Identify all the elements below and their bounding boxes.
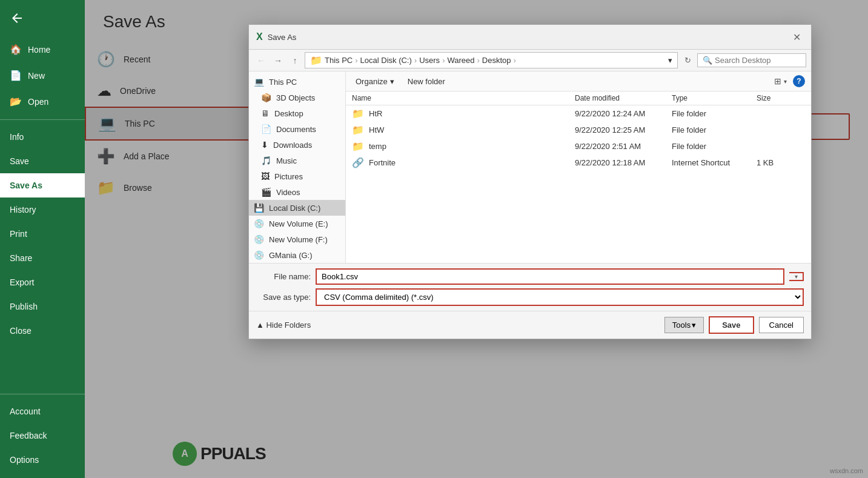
sidebar-item-share[interactable]: Share (0, 246, 85, 270)
table-row[interactable]: 📁 HtR 9/22/2020 12:24 AM File folder (346, 105, 811, 122)
dialog-nav-3d-objects[interactable]: 📦 3D Objects (249, 90, 345, 105)
column-name[interactable]: Name (352, 94, 575, 102)
dialog-title: Save As (268, 33, 784, 42)
videos-icon: 🎬 (261, 187, 271, 197)
file-label-temp: temp (369, 142, 386, 151)
sidebar-item-close[interactable]: Close (0, 319, 85, 343)
search-input[interactable] (715, 56, 801, 65)
refresh-button[interactable]: ↻ (680, 53, 695, 68)
dialog-close-button[interactable]: ✕ (789, 30, 804, 44)
file-date-htw: 9/22/2020 12:25 AM (575, 125, 672, 134)
dialog-nav-gmania-g[interactable]: 💿 GMania (G:) (249, 247, 345, 263)
sidebar-item-new[interactable]: 📄 New (0, 62, 85, 88)
dialog-nav-gmania-label: GMania (G:) (269, 251, 313, 260)
downloads-icon: ⬇ (261, 140, 268, 150)
sidebar-item-options[interactable]: Options (0, 448, 85, 472)
sidebar-item-history-label: History (10, 205, 36, 214)
breadcrumb-sep-1: › (355, 56, 357, 65)
dialog-nav-pictures[interactable]: 🖼 Pictures (249, 168, 345, 184)
sidebar-item-history[interactable]: History (0, 198, 85, 222)
dialog-nav-downloads-label: Downloads (273, 141, 312, 150)
dialog-nav-music-label: Music (276, 156, 297, 165)
dialog-nav-videos-label: Videos (276, 188, 300, 197)
dialog-nav-videos[interactable]: 🎬 Videos (249, 184, 345, 200)
sidebar-item-save-label: Save (10, 156, 29, 166)
sidebar-item-save-as-label: Save As (10, 181, 42, 190)
sidebar: 🏠 Home 📄 New 📂 Open Info Save Save As Hi… (0, 0, 85, 478)
folder-icon-htr: 📁 (352, 108, 364, 119)
folder-icon-temp: 📁 (352, 141, 364, 152)
filename-dropdown[interactable]: ▾ (789, 272, 804, 281)
sidebar-item-info[interactable]: Info (0, 125, 85, 149)
filename-input[interactable] (316, 268, 784, 285)
sidebar-item-account[interactable]: Account (0, 399, 85, 423)
new-folder-button[interactable]: New folder (404, 76, 449, 87)
save-dialog: X Save As ✕ ← → ↑ 📁 This PC › Local Disk… (248, 24, 812, 339)
filename-label: File name: (256, 272, 311, 281)
table-row[interactable]: 📁 temp 9/22/2020 2:51 AM File folder (346, 138, 811, 154)
sidebar-item-close-label: Close (10, 326, 31, 336)
table-row[interactable]: 📁 HtW 9/22/2020 12:25 AM File folder (346, 122, 811, 138)
help-button[interactable]: ? (793, 75, 805, 87)
breadcrumb-part-2: Local Disk (C:) (360, 56, 412, 65)
column-size[interactable]: Size (757, 94, 805, 102)
file-date-temp: 9/22/2020 2:51 AM (575, 142, 672, 151)
save-button[interactable]: Save (709, 316, 754, 334)
search-icon: 🔍 (703, 56, 712, 65)
up-nav-button[interactable]: ↑ (288, 53, 302, 68)
breadcrumb-bar[interactable]: 📁 This PC › Local Disk (C:) › Users › Wa… (305, 52, 678, 68)
dialog-nav-this-pc[interactable]: 💻 This PC (249, 74, 345, 90)
file-size-fortnite: 1 KB (757, 158, 805, 167)
dialog-nav-music[interactable]: 🎵 Music (249, 153, 345, 168)
dialog-nav-local-disk-c[interactable]: 💾 Local Disk (C:) (249, 200, 345, 216)
dialog-actions: ▲ Hide Folders Tools ▾ Save Cancel (249, 311, 811, 339)
file-date-htr: 9/22/2020 12:24 AM (575, 109, 672, 118)
dialog-nav-new-volume-f[interactable]: 💿 New Volume (F:) (249, 231, 345, 247)
column-date[interactable]: Date modified (575, 94, 672, 102)
new-volume-f-icon: 💿 (254, 234, 264, 244)
sidebar-item-publish-label: Publish (10, 302, 38, 311)
cancel-button[interactable]: Cancel (759, 317, 804, 333)
tools-button[interactable]: Tools ▾ (664, 317, 704, 333)
sidebar-item-publish[interactable]: Publish (0, 294, 85, 319)
filetype-select[interactable]: CSV (Comma delimited) (*.csv) (316, 288, 804, 306)
view-icon[interactable]: ⊞ (774, 76, 781, 86)
sidebar-item-export[interactable]: Export (0, 270, 85, 294)
file-label-htw: HtW (369, 125, 384, 134)
sidebar-item-open-label: Open (28, 97, 48, 107)
search-box[interactable]: 🔍 (697, 53, 806, 67)
breadcrumb-sep-2: › (414, 56, 417, 65)
column-type[interactable]: Type (672, 94, 757, 102)
organize-button[interactable]: Organize ▾ (352, 76, 398, 87)
file-type-fortnite: Internet Shortcut (672, 158, 757, 167)
dialog-nav-documents[interactable]: 📄 Documents (249, 121, 345, 137)
breadcrumb-sep-5: › (514, 56, 516, 65)
organize-dropdown-icon: ▾ (390, 77, 394, 86)
sidebar-item-save[interactable]: Save (0, 149, 85, 173)
documents-icon: 📄 (261, 124, 271, 134)
back-button[interactable] (0, 0, 85, 36)
sidebar-item-print[interactable]: Print (0, 222, 85, 246)
forward-nav-button[interactable]: → (271, 53, 285, 68)
dialog-nav-new-volume-e[interactable]: 💿 New Volume (E:) (249, 216, 345, 231)
sidebar-item-share-label: Share (10, 253, 32, 263)
dialog-nav-downloads[interactable]: ⬇ Downloads (249, 137, 345, 153)
view-dropdown-icon[interactable]: ▾ (784, 78, 787, 85)
back-nav-button[interactable]: ← (254, 53, 268, 68)
sidebar-item-feedback[interactable]: Feedback (0, 423, 85, 448)
local-disk-c-icon: 💾 (254, 203, 264, 213)
table-row[interactable]: 🔗 Fortnite 9/22/2020 12:18 AM Internet S… (346, 154, 811, 171)
tools-dropdown-icon: ▾ (692, 320, 696, 330)
folder-icon-htw: 📁 (352, 124, 364, 136)
hide-folders-button[interactable]: ▲ Hide Folders (256, 320, 311, 330)
dialog-nav-desktop[interactable]: 🖥 Desktop (249, 105, 345, 121)
dialog-nav-pictures-label: Pictures (274, 172, 303, 181)
sidebar-item-home[interactable]: 🏠 Home (0, 36, 85, 62)
file-name-fortnite: 🔗 Fortnite (352, 157, 575, 168)
tools-label: Tools (672, 320, 691, 330)
sidebar-item-save-as[interactable]: Save As (0, 173, 85, 198)
breadcrumb-dropdown-icon: ▾ (668, 56, 672, 65)
sidebar-item-open[interactable]: 📂 Open (0, 88, 85, 115)
breadcrumb-sep-4: › (477, 56, 480, 65)
sidebar-item-print-label: Print (10, 229, 27, 239)
